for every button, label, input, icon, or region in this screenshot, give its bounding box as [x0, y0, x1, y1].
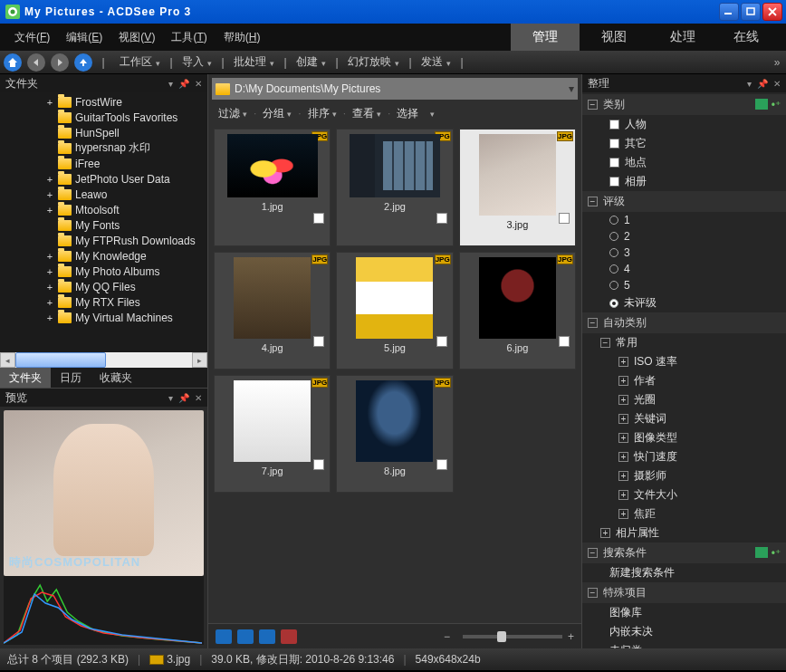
mode-tab[interactable]: 在线	[717, 24, 786, 51]
toolbar-overflow-icon[interactable]: »	[772, 56, 782, 69]
new-search[interactable]: 新建搜索条件	[582, 563, 786, 582]
autocat-item[interactable]: +快门速度	[582, 447, 786, 466]
toolbar-group[interactable]: 创建	[291, 54, 331, 70]
rating-option[interactable]: 3	[582, 245, 786, 261]
autocat-item[interactable]: +光圈	[582, 390, 786, 409]
thumb-checkbox[interactable]	[436, 459, 447, 470]
scroll-left-icon[interactable]: ◂	[0, 352, 15, 368]
menu-t[interactable]: 工具(T)	[164, 26, 214, 49]
toolbar-group[interactable]: 批处理	[228, 54, 280, 70]
tree-folder[interactable]: hypersnap 水印	[0, 140, 207, 156]
autocat-item[interactable]: +关键词	[582, 409, 786, 428]
select-dropdown[interactable]	[425, 107, 437, 120]
maximize-button[interactable]	[741, 3, 761, 21]
panel-menu-icon[interactable]: ▾	[747, 79, 752, 89]
toolbar-group[interactable]: 导入	[177, 54, 217, 70]
panel-pin-icon[interactable]: 📌	[757, 79, 768, 89]
nav-up-icon[interactable]	[74, 53, 92, 72]
thumbnail[interactable]: JPG3.jpg	[459, 129, 576, 246]
autocat-item[interactable]: +图像类型	[582, 428, 786, 447]
checkbox[interactable]	[609, 158, 619, 168]
menu-h[interactable]: 帮助(H)	[216, 26, 268, 49]
toolbar-group[interactable]: 发送	[416, 54, 456, 70]
rotate-left-icon[interactable]	[237, 629, 254, 644]
view-filter[interactable]: 查看	[350, 106, 384, 121]
scroll-right-icon[interactable]: ▸	[192, 352, 207, 368]
tree-folder[interactable]: +My Photo Albums	[0, 264, 207, 279]
subsection[interactable]: +相片属性	[582, 523, 786, 542]
rating-option[interactable]: 未评级	[582, 293, 786, 312]
section-header[interactable]: −评级	[582, 191, 786, 212]
thumb-checkbox[interactable]	[313, 213, 324, 224]
menu-f[interactable]: 文件(F)	[7, 26, 57, 49]
section-header[interactable]: −特殊项目	[582, 582, 786, 603]
book-icon[interactable]	[755, 547, 768, 558]
zoom-in-icon[interactable]: +	[568, 630, 574, 643]
path-input[interactable]	[235, 82, 564, 95]
add-icon[interactable]: •⁺	[772, 99, 781, 111]
rating-option[interactable]: 5	[582, 277, 786, 293]
autocat-item[interactable]: +作者	[582, 371, 786, 390]
minimize-button[interactable]	[719, 3, 739, 21]
thumbnail[interactable]: JPG6.jpg	[459, 252, 576, 370]
nav-forward-icon[interactable]	[51, 53, 69, 72]
folder-subtab[interactable]: 文件夹	[0, 368, 51, 388]
autocat-item[interactable]: +ISO 速率	[582, 352, 786, 371]
path-dropdown-icon[interactable]: ▾	[569, 82, 574, 95]
thumbnail[interactable]: JPG8.jpg	[336, 375, 453, 493]
category-item[interactable]: 其它	[582, 134, 786, 153]
view-filter[interactable]: 选择	[394, 106, 421, 121]
delete-icon[interactable]	[281, 629, 297, 644]
special-item[interactable]: 图像库	[582, 603, 786, 622]
panel-menu-icon[interactable]: ▾	[168, 79, 173, 89]
mode-tab[interactable]: 管理	[511, 24, 580, 51]
thumb-checkbox[interactable]	[436, 336, 447, 347]
thumb-checkbox[interactable]	[313, 459, 324, 470]
autocat-item[interactable]: +焦距	[582, 504, 786, 523]
rating-option[interactable]: 2	[582, 228, 786, 245]
panel-pin-icon[interactable]: 📌	[178, 79, 189, 89]
tree-folder[interactable]: GuitarTools Favorites	[0, 110, 207, 125]
section-header[interactable]: −搜索条件•⁺	[582, 542, 786, 563]
panel-menu-icon[interactable]: ▾	[168, 393, 173, 403]
thumb-checkbox[interactable]	[313, 336, 324, 347]
toolbar-group[interactable]: 工作区	[114, 54, 166, 70]
tree-folder[interactable]: +My RTX Files	[0, 294, 207, 310]
thumbnail[interactable]: JPG2.jpg	[336, 129, 453, 246]
panel-close-icon[interactable]: ✕	[195, 393, 202, 403]
folder-subtab[interactable]: 日历	[51, 368, 91, 388]
rating-option[interactable]: 4	[582, 261, 786, 277]
tree-folder[interactable]: +Mtoolsoft	[0, 202, 207, 217]
tree-folder[interactable]: +My Virtual Machines	[0, 310, 207, 324]
view-filter[interactable]: 排序	[305, 106, 340, 121]
rotate-right-icon[interactable]	[259, 629, 275, 644]
nav-back-icon[interactable]	[27, 53, 45, 72]
view-mode-thumbs-icon[interactable]	[216, 629, 232, 644]
zoom-slider[interactable]	[463, 635, 562, 638]
add-icon[interactable]: •⁺	[772, 547, 781, 560]
zoom-out-icon[interactable]: −	[444, 630, 450, 643]
nav-home-icon[interactable]	[4, 53, 22, 72]
thumb-checkbox[interactable]	[559, 336, 570, 347]
view-filter[interactable]: 过滤	[216, 106, 250, 121]
section-header[interactable]: −自动类别	[582, 312, 786, 333]
tree-folder[interactable]: My Fonts	[0, 217, 207, 233]
thumbnail[interactable]: JPG1.jpg	[214, 129, 331, 246]
thumbnail[interactable]: JPG4.jpg	[214, 252, 331, 370]
rating-option[interactable]: 1	[582, 212, 786, 228]
special-item[interactable]: 内嵌未决	[582, 622, 786, 641]
category-item[interactable]: 地点	[582, 153, 786, 172]
book-icon[interactable]	[755, 99, 768, 110]
tree-hscrollbar[interactable]: ◂ ▸	[0, 352, 207, 368]
view-filter[interactable]: 分组	[260, 106, 294, 121]
tree-folder[interactable]: HunSpell	[0, 125, 207, 140]
subsection[interactable]: −常用	[582, 333, 786, 352]
thumbnail[interactable]: JPG7.jpg	[214, 375, 331, 493]
category-item[interactable]: 人物	[582, 115, 786, 134]
autocat-item[interactable]: +摄影师	[582, 466, 786, 485]
checkbox[interactable]	[609, 139, 619, 149]
toolbar-group[interactable]: 幻灯放映	[342, 54, 405, 70]
tree-folder[interactable]: My FTPRush Downloads	[0, 233, 207, 248]
special-item[interactable]: 未归类	[582, 641, 786, 648]
menu-e[interactable]: 编辑(E)	[59, 26, 110, 49]
